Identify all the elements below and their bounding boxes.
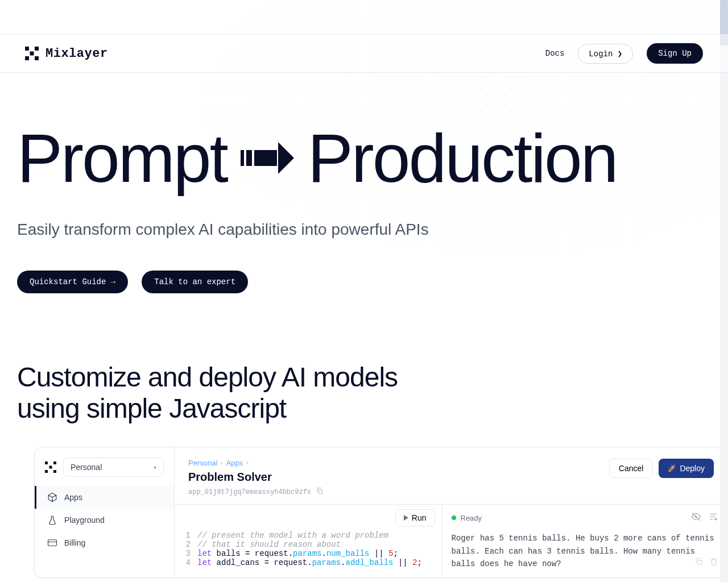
sidebar-item-playground[interactable]: Playground xyxy=(35,509,174,531)
chevron-right-icon: › xyxy=(246,460,248,466)
trash-icon[interactable] xyxy=(709,557,718,570)
code-line: 4let addl_cans = request.params.addl_bal… xyxy=(181,558,435,567)
chevron-down-icon: ▾ xyxy=(154,464,156,471)
cube-icon xyxy=(47,492,57,502)
hero-title-right: Production xyxy=(308,124,617,192)
talk-expert-button[interactable]: Talk to an expert xyxy=(142,271,248,293)
run-button[interactable]: Run xyxy=(395,509,435,526)
deploy-button[interactable]: 🚀 Deploy xyxy=(659,459,714,478)
hero-section: Prompt Production Easily transform compl… xyxy=(0,73,728,316)
sidebar-item-label: Apps xyxy=(64,493,82,502)
chevron-right-icon: › xyxy=(221,460,222,466)
status-indicator: Ready xyxy=(452,514,482,522)
code-editor[interactable]: Run 1// present the model with a word pr… xyxy=(175,505,442,577)
code-line: 3let balls = request.params.num_balls ||… xyxy=(181,549,435,558)
flask-icon xyxy=(47,515,57,525)
sort-icon[interactable] xyxy=(708,512,718,524)
svg-rect-2 xyxy=(318,490,322,494)
console-sidebar: Personal ▾ Apps Playground Billing xyxy=(35,447,175,577)
hero-title: Prompt Production xyxy=(17,124,711,192)
output-pane: Ready Roger has 5 tennis balls. He buys … xyxy=(442,505,728,577)
breadcrumb: Personal › Apps › xyxy=(188,459,324,467)
sidebar-item-label: Billing xyxy=(64,538,85,547)
logo-icon xyxy=(25,47,39,60)
svg-rect-0 xyxy=(48,540,57,546)
navbar: Mixlayer Docs Login ❯ Sign Up xyxy=(0,34,728,73)
hero-subtitle: Easily transform complex AI capabilities… xyxy=(17,221,711,239)
breadcrumb-root[interactable]: Personal xyxy=(188,459,217,467)
output-text: Roger has 5 tennis balls. He buys 2 more… xyxy=(452,532,719,570)
play-icon xyxy=(404,515,408,521)
eye-off-icon[interactable] xyxy=(691,512,701,524)
status-dot-icon xyxy=(452,516,456,520)
logo[interactable]: Mixlayer xyxy=(25,47,108,61)
app-title: Problem Solver xyxy=(188,471,324,484)
section-heading: Customize and deploy AI models using sim… xyxy=(0,316,728,447)
sidebar-logo-icon xyxy=(45,462,56,473)
card-icon xyxy=(47,538,57,548)
hero-title-left: Prompt xyxy=(17,124,227,192)
copy-output-icon[interactable] xyxy=(694,557,704,570)
arrow-right-icon xyxy=(241,142,294,174)
sidebar-item-billing[interactable]: Billing xyxy=(35,531,174,554)
app-id: app_01j8t7jgq7emeassyh4bbc9zfx xyxy=(188,488,311,496)
workspace-select[interactable]: Personal ▾ xyxy=(63,458,164,477)
code-line: 2// that it should reason about xyxy=(181,540,435,549)
breadcrumb-section[interactable]: Apps xyxy=(226,459,243,467)
console-preview: Personal ▾ Apps Playground Billing xyxy=(34,447,728,577)
svg-rect-6 xyxy=(698,560,702,564)
workspace-name: Personal xyxy=(71,463,102,472)
quickstart-button[interactable]: Quickstart Guide → xyxy=(17,271,128,293)
rocket-icon: 🚀 xyxy=(668,464,676,472)
copy-icon[interactable] xyxy=(316,487,324,497)
cancel-button[interactable]: Cancel xyxy=(609,459,653,478)
brand-name: Mixlayer xyxy=(46,47,108,61)
signup-button[interactable]: Sign Up xyxy=(647,43,703,64)
code-line: 1// present the model with a word proble… xyxy=(181,531,435,540)
status-label: Ready xyxy=(461,514,482,522)
docs-link[interactable]: Docs xyxy=(545,49,565,58)
login-button[interactable]: Login ❯ xyxy=(578,44,633,64)
sidebar-item-label: Playground xyxy=(64,516,105,525)
sidebar-item-apps[interactable]: Apps xyxy=(35,486,174,509)
